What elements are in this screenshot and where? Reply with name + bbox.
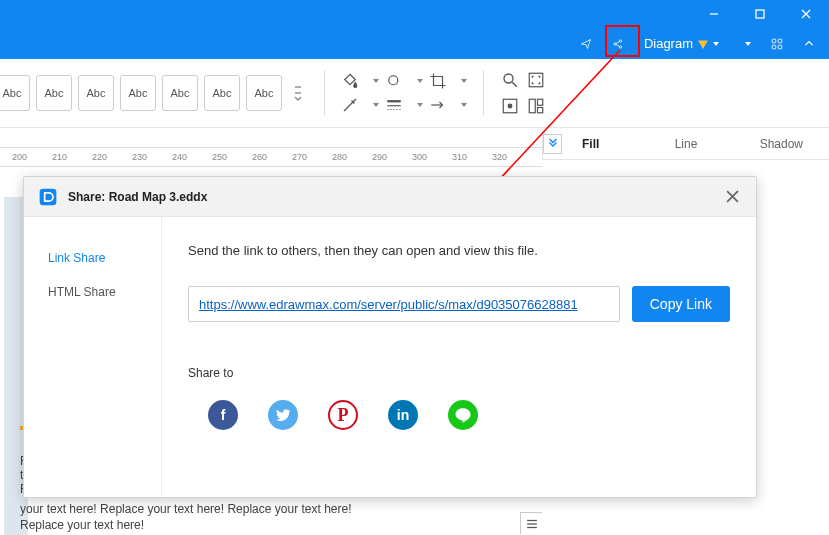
- diagram-label: Diagram: [644, 36, 693, 51]
- linkedin-icon[interactable]: in: [388, 400, 418, 430]
- svg-line-19: [512, 82, 517, 87]
- ruler-tick: 320: [492, 152, 507, 162]
- font-style-option[interactable]: Abc: [36, 75, 72, 111]
- font-style-option[interactable]: Abc: [162, 75, 198, 111]
- chevron-down-icon: [461, 103, 467, 107]
- close-button[interactable]: [783, 0, 829, 28]
- arrow-end-tool[interactable]: [429, 96, 467, 114]
- ruler-tick: 260: [252, 152, 267, 162]
- svg-line-7: [616, 41, 620, 43]
- svg-point-21: [508, 104, 512, 108]
- menu-bar: Diagram: [0, 28, 829, 59]
- share-instruction: Send the link to others, then they can o…: [188, 243, 730, 258]
- separator: [324, 70, 325, 116]
- toolbar: Abc Abc Abc Abc Abc Abc Abc: [0, 59, 829, 128]
- share-dialog: Share: Road Map 3.eddx Link Share HTML S…: [23, 176, 757, 498]
- svg-line-8: [616, 44, 620, 46]
- font-style-option[interactable]: Abc: [246, 75, 282, 111]
- minimize-button[interactable]: [691, 0, 737, 28]
- tool-column-2: [385, 72, 423, 114]
- share-url-input[interactable]: https://www.edrawmax.com/server/public/s…: [188, 286, 620, 322]
- share-icon[interactable]: [604, 28, 632, 59]
- font-style-option[interactable]: Abc: [0, 75, 30, 111]
- svg-point-18: [504, 74, 513, 83]
- expand-gallery-icon[interactable]: [288, 83, 308, 103]
- svg-rect-12: [778, 45, 782, 49]
- line-style-tool[interactable]: [385, 96, 423, 114]
- title-bar: [0, 0, 829, 28]
- svg-point-13: [389, 76, 398, 85]
- diagram-menu[interactable]: Diagram: [636, 28, 727, 59]
- fill-tool[interactable]: [341, 72, 379, 90]
- chevron-down-icon: [745, 42, 751, 46]
- nav-html-share[interactable]: HTML Share: [24, 275, 161, 309]
- ruler: 200 210 220 230 240 250 260 270 280 290 …: [0, 147, 542, 167]
- svg-rect-30: [40, 188, 57, 205]
- dialog-title: Share: Road Map 3.eddx: [68, 190, 207, 204]
- tool-column-1: [341, 72, 379, 114]
- font-style-option[interactable]: Abc: [204, 75, 240, 111]
- dialog-body: Link Share HTML Share Send the link to o…: [24, 217, 756, 497]
- nav-link-share[interactable]: Link Share: [24, 241, 161, 275]
- maximize-button[interactable]: [737, 0, 783, 28]
- close-icon[interactable]: [722, 187, 742, 207]
- ruler-tick: 310: [452, 152, 467, 162]
- svg-rect-1: [756, 10, 764, 18]
- chevron-down-icon: [373, 103, 379, 107]
- page-list-icon[interactable]: [520, 512, 542, 534]
- social-row: f P in: [188, 400, 730, 430]
- separator: [483, 70, 484, 116]
- share-to-label: Share to: [188, 366, 730, 380]
- ruler-tick: 300: [412, 152, 427, 162]
- line-icon[interactable]: [448, 400, 478, 430]
- svg-rect-23: [529, 99, 535, 113]
- shadow-tool[interactable]: [385, 72, 423, 90]
- search-icon[interactable]: [500, 70, 520, 90]
- ruler-tick: 220: [92, 152, 107, 162]
- line-tool[interactable]: [341, 96, 379, 114]
- apps-icon[interactable]: [763, 28, 791, 59]
- chevron-down-icon: [417, 103, 423, 107]
- font-style-option[interactable]: Abc: [120, 75, 156, 111]
- svg-rect-24: [538, 99, 543, 105]
- svg-rect-11: [772, 45, 776, 49]
- svg-rect-22: [529, 73, 543, 87]
- twitter-icon[interactable]: [268, 400, 298, 430]
- tool-column-3: [429, 72, 467, 114]
- collapse-panel-icon[interactable]: [543, 134, 562, 154]
- tab-line[interactable]: Line: [638, 128, 733, 159]
- svg-rect-9: [772, 39, 776, 43]
- ruler-tick: 270: [292, 152, 307, 162]
- right-panel-tabs: Fill Line Shadow: [542, 128, 829, 160]
- chevron-down-icon: [713, 42, 719, 46]
- dialog-nav: Link Share HTML Share: [24, 217, 162, 497]
- fit-page-icon[interactable]: [526, 70, 546, 90]
- ruler-tick: 290: [372, 152, 387, 162]
- canvas-body-text: your text here! Replace your text here! …: [20, 502, 390, 533]
- send-icon[interactable]: [572, 28, 600, 59]
- template-icon[interactable]: [731, 28, 759, 59]
- svg-point-4: [614, 42, 616, 44]
- collapse-ribbon-icon[interactable]: [795, 28, 823, 59]
- tool-column-5: [526, 70, 546, 116]
- ruler-tick: 210: [52, 152, 67, 162]
- diamond-icon: [696, 37, 710, 51]
- chevron-down-icon: [373, 79, 379, 83]
- link-row: https://www.edrawmax.com/server/public/s…: [188, 286, 730, 322]
- ruler-tick: 240: [172, 152, 187, 162]
- tab-shadow[interactable]: Shadow: [734, 128, 829, 159]
- ruler-tick: 200: [12, 152, 27, 162]
- crop-tool[interactable]: [429, 72, 467, 90]
- chevron-down-icon: [461, 79, 467, 83]
- svg-point-6: [619, 45, 621, 47]
- dialog-title-bar: Share: Road Map 3.eddx: [24, 177, 756, 217]
- ruler-tick: 280: [332, 152, 347, 162]
- tool-column-4: [500, 70, 520, 116]
- pinterest-icon[interactable]: P: [328, 400, 358, 430]
- font-style-option[interactable]: Abc: [78, 75, 114, 111]
- copy-link-button[interactable]: Copy Link: [632, 286, 730, 322]
- focus-object-icon[interactable]: [500, 96, 520, 116]
- facebook-icon[interactable]: f: [208, 400, 238, 430]
- chevron-down-icon: [417, 79, 423, 83]
- layout-icon[interactable]: [526, 96, 546, 116]
